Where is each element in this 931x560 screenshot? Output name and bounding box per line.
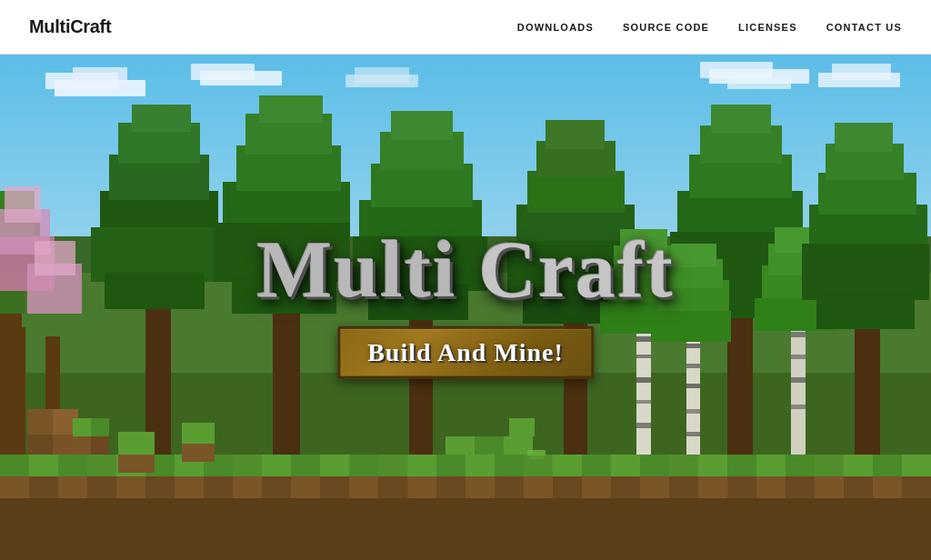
svg-rect-136 — [815, 455, 844, 476]
svg-rect-83 — [686, 344, 700, 348]
svg-rect-90 — [671, 244, 716, 267]
svg-rect-108 — [0, 455, 29, 476]
hero-subtitle: Build and Mine! — [367, 338, 564, 366]
svg-rect-12 — [832, 64, 891, 80]
svg-rect-3 — [73, 67, 127, 84]
svg-rect-141 — [29, 476, 58, 498]
svg-rect-35 — [73, 436, 91, 455]
hero-section: Multi Craft Build and Mine! — [0, 55, 931, 560]
svg-rect-164 — [698, 476, 727, 498]
svg-rect-92 — [791, 314, 806, 473]
svg-rect-132 — [698, 455, 727, 476]
svg-rect-163 — [669, 476, 698, 498]
svg-rect-86 — [686, 409, 700, 414]
svg-rect-177 — [445, 436, 475, 455]
nav-downloads[interactable]: DOWNLOADS — [517, 22, 594, 33]
svg-rect-172 — [0, 498, 931, 560]
svg-rect-173 — [118, 432, 155, 455]
svg-rect-128 — [582, 455, 611, 476]
svg-rect-130 — [640, 455, 669, 476]
svg-rect-105 — [835, 123, 893, 152]
svg-rect-69 — [711, 105, 771, 134]
svg-rect-36 — [91, 436, 109, 455]
svg-rect-106 — [802, 244, 929, 300]
svg-rect-146 — [175, 476, 204, 498]
svg-rect-158 — [524, 476, 553, 498]
svg-rect-48 — [259, 95, 323, 123]
svg-rect-166 — [756, 476, 786, 498]
svg-rect-170 — [873, 476, 902, 498]
svg-rect-140 — [0, 476, 29, 498]
svg-rect-131 — [669, 455, 698, 476]
nav-source-code[interactable]: SOURCE CODE — [623, 22, 709, 33]
svg-rect-123 — [436, 455, 466, 476]
svg-rect-145 — [145, 476, 175, 498]
svg-rect-118 — [291, 455, 320, 476]
svg-rect-25 — [5, 186, 41, 223]
svg-rect-157 — [495, 476, 524, 498]
svg-rect-10 — [727, 78, 791, 89]
svg-rect-43 — [105, 273, 205, 309]
svg-rect-144 — [116, 476, 145, 498]
hero-title-craft: Craft — [478, 225, 674, 314]
svg-rect-55 — [391, 111, 453, 140]
svg-rect-95 — [791, 377, 806, 383]
svg-rect-53 — [371, 164, 473, 207]
svg-rect-148 — [233, 476, 262, 498]
svg-rect-77 — [636, 423, 651, 428]
svg-rect-82 — [686, 327, 700, 473]
svg-rect-139 — [902, 455, 931, 476]
svg-rect-7 — [355, 67, 409, 84]
svg-rect-171 — [902, 476, 931, 498]
svg-rect-34 — [91, 418, 109, 436]
svg-rect-151 — [320, 476, 349, 498]
svg-rect-178 — [475, 436, 504, 455]
svg-rect-62 — [546, 120, 605, 149]
svg-rect-33 — [73, 418, 91, 436]
svg-rect-149 — [262, 476, 291, 498]
svg-rect-5 — [191, 64, 255, 80]
svg-rect-76 — [636, 400, 651, 404]
nav-licenses[interactable]: LICENSES — [738, 22, 797, 33]
svg-rect-143 — [87, 476, 116, 498]
svg-rect-160 — [582, 476, 611, 498]
main-nav: DOWNLOADS SOURCE CODE LICENSES CONTACT U… — [517, 22, 902, 33]
svg-rect-135 — [786, 455, 815, 476]
nav-contact-us[interactable]: CONTACT US — [826, 22, 902, 33]
svg-rect-159 — [553, 476, 582, 498]
svg-rect-150 — [291, 476, 320, 498]
svg-rect-120 — [349, 455, 378, 476]
hero-subtitle-box: Build and Mine! — [337, 326, 594, 379]
svg-rect-168 — [815, 476, 844, 498]
svg-rect-87 — [686, 432, 700, 436]
svg-rect-111 — [87, 455, 116, 476]
hero-title: Multi Craft — [256, 230, 674, 310]
site-header: MultiCraft DOWNLOADS SOURCE CODE LICENSE… — [0, 0, 931, 55]
svg-rect-169 — [844, 476, 873, 498]
svg-rect-93 — [791, 332, 806, 337]
svg-rect-109 — [29, 455, 58, 476]
svg-rect-84 — [686, 364, 700, 368]
svg-rect-96 — [791, 405, 806, 409]
svg-rect-22 — [9, 327, 25, 473]
svg-rect-116 — [233, 455, 262, 476]
site-logo[interactable]: MultiCraft — [29, 16, 111, 37]
svg-rect-153 — [378, 476, 407, 498]
svg-rect-165 — [727, 476, 756, 498]
svg-rect-181 — [527, 450, 546, 455]
svg-rect-162 — [640, 476, 669, 498]
svg-rect-161 — [611, 476, 640, 498]
svg-rect-119 — [320, 455, 349, 476]
svg-rect-176 — [182, 444, 215, 462]
svg-rect-180 — [509, 418, 535, 436]
svg-rect-129 — [611, 455, 640, 476]
hero-content: Multi Craft Build and Mine! — [256, 230, 674, 379]
svg-rect-134 — [756, 455, 786, 476]
svg-rect-155 — [436, 476, 466, 498]
svg-rect-142 — [58, 476, 87, 498]
svg-rect-137 — [844, 455, 873, 476]
svg-rect-127 — [553, 455, 582, 476]
svg-rect-133 — [727, 455, 756, 476]
svg-rect-29 — [27, 409, 53, 435]
svg-rect-94 — [791, 355, 806, 359]
